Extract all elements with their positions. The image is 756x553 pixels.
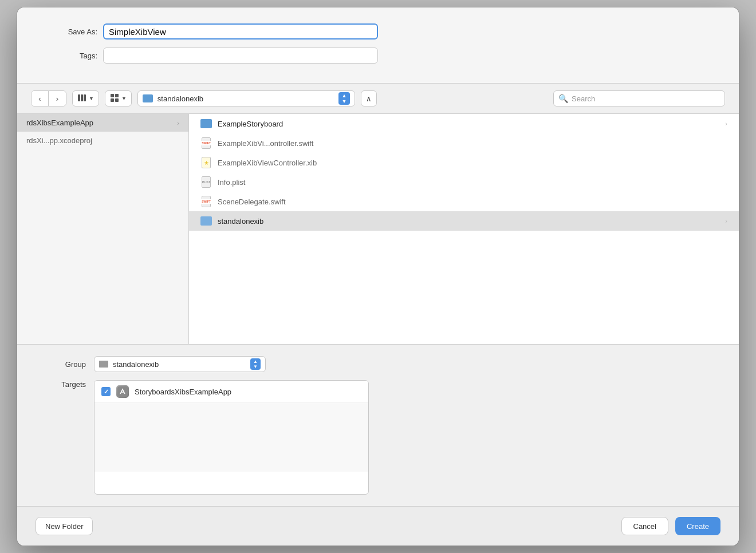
top-form-section: Save As: Tags: (17, 7, 739, 84)
view-columns-button[interactable]: ▼ (72, 90, 99, 106)
folder-icon (200, 117, 212, 130)
checkmark-icon: ✓ (104, 388, 109, 396)
left-item-sub-label: rdsXi...pp.xcodeproj (26, 136, 92, 145)
file-name: Info.plist (218, 178, 245, 187)
target-app-icon (116, 385, 129, 398)
search-icon: 🔍 (558, 94, 568, 103)
group-folder-icon (99, 361, 108, 368)
grid-icon (110, 93, 119, 104)
left-item-app[interactable]: rdsXibsExampleApp › (17, 114, 188, 132)
location-dropdown[interactable]: standalonexib ▲ ▼ (137, 90, 355, 106)
file-item-infoplist[interactable]: PLIST Info.plist (189, 172, 739, 192)
save-as-label: Save As: (40, 27, 97, 36)
location-folder-icon (143, 94, 153, 102)
left-panel: rdsXibsExampleApp › rdsXi...pp.xcodeproj (17, 114, 189, 344)
view-grid-button[interactable]: ▼ (105, 90, 132, 106)
cancel-button[interactable]: Cancel (621, 517, 668, 535)
right-buttons: Cancel Create (621, 517, 721, 535)
swift-file-icon2: SWIFT (200, 195, 212, 208)
file-item-examplexibvicontroller[interactable]: SWIFT ExampleXibVi...ontroller.swift (189, 133, 739, 153)
left-item-label: rdsXibsExampleApp (26, 118, 93, 127)
targets-box: ✓ StoryboardsXibsExampleApp (94, 380, 369, 495)
targets-label: Targets (40, 380, 86, 389)
file-name: ExampleXibViewController.xib (218, 159, 317, 167)
group-row: Group standalonexib ▲ ▼ (40, 356, 716, 372)
toolbar: ‹ › ▼ ▼ (17, 84, 739, 114)
save-as-row: Save As: (40, 23, 716, 40)
create-button[interactable]: Create (675, 517, 720, 535)
file-item-examplestoryboard[interactable]: ExampleStoryboard › (189, 114, 739, 133)
tags-row: Tags: (40, 48, 716, 64)
forward-button[interactable]: › (49, 91, 66, 106)
columns-icon (77, 93, 86, 104)
expand-button[interactable]: ∧ (361, 90, 377, 106)
chevron-down-icon2: ▼ (121, 96, 127, 101)
group-name: standalonexib (113, 360, 246, 369)
chevron-down-icon: ▼ (89, 96, 94, 101)
file-name: ExampleXibVi...ontroller.swift (218, 139, 313, 148)
save-dialog: Save As: Tags: ‹ › ▼ (17, 7, 739, 546)
svg-rect-6 (115, 98, 119, 102)
right-panel: ExampleStoryboard › SWIFT ExampleXibVi..… (189, 114, 739, 344)
file-name: standalonexib (218, 217, 263, 226)
dialog-buttons: New Folder Cancel Create (17, 507, 739, 546)
svg-rect-2 (84, 94, 86, 101)
new-folder-button[interactable]: New Folder (36, 517, 93, 535)
folder-icon2 (200, 215, 212, 227)
svg-rect-7 (117, 386, 128, 397)
file-name: ExampleStoryboard (218, 120, 283, 128)
bottom-form-section: Group standalonexib ▲ ▼ Targets ✓ (17, 345, 739, 507)
save-as-input[interactable] (103, 23, 378, 40)
svg-rect-1 (81, 94, 83, 101)
file-chevron-icon2: › (725, 218, 727, 224)
file-item-examplexibviewcontroller-xib[interactable]: ★ ExampleXibViewController.xib (189, 153, 739, 172)
nav-button-group: ‹ › (31, 90, 66, 106)
file-chevron-icon: › (725, 120, 727, 127)
targets-empty-area (94, 403, 368, 472)
xib-file-icon: ★ (200, 156, 212, 169)
location-arrows-icon: ▲ ▼ (338, 92, 350, 105)
file-name: SceneDelegate.swift (218, 198, 286, 206)
tags-input[interactable] (103, 48, 378, 64)
file-item-scenedelegate[interactable]: SWIFT SceneDelegate.swift (189, 192, 739, 211)
tags-label: Tags: (40, 52, 97, 60)
svg-rect-3 (111, 94, 114, 97)
svg-rect-0 (78, 94, 80, 101)
location-name: standalonexib (158, 94, 203, 103)
swift-file-icon: SWIFT (200, 137, 212, 149)
group-dropdown[interactable]: standalonexib ▲ ▼ (94, 356, 266, 372)
left-item-xcodeproj[interactable]: rdsXi...pp.xcodeproj (17, 132, 188, 149)
search-placeholder: Search (572, 94, 595, 103)
svg-rect-4 (115, 94, 119, 97)
target-checkbox[interactable]: ✓ (101, 387, 111, 396)
target-item[interactable]: ✓ StoryboardsXibsExampleApp (94, 381, 368, 403)
targets-row: Targets ✓ StoryboardsXibsExampleApp (40, 380, 716, 495)
target-name: StoryboardsXibsExampleApp (135, 388, 231, 396)
file-item-standalonexib[interactable]: standalonexib › (189, 211, 739, 231)
group-label: Group (40, 360, 86, 369)
chevron-right-icon: › (177, 120, 179, 127)
svg-rect-5 (111, 98, 114, 102)
search-box[interactable]: 🔍 Search (553, 90, 725, 106)
browser-area: rdsXibsExampleApp › rdsXi...pp.xcodeproj… (17, 114, 739, 345)
plist-file-icon: PLIST (200, 176, 212, 188)
back-button[interactable]: ‹ (32, 91, 49, 106)
group-arrows-icon: ▲ ▼ (250, 358, 261, 370)
